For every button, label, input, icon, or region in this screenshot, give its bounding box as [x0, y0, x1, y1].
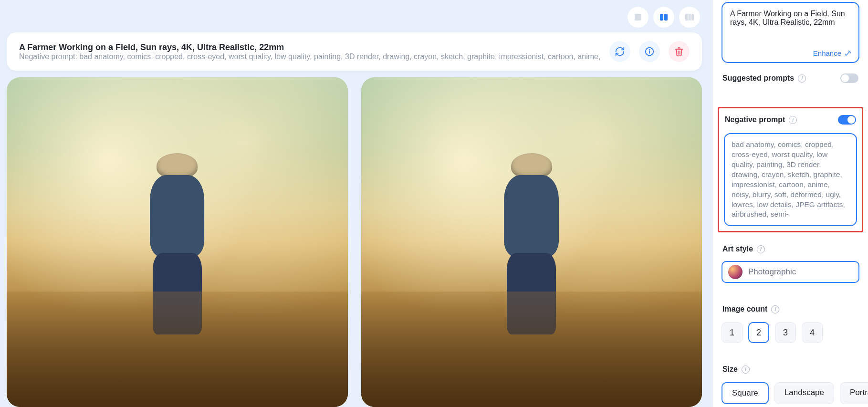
- art-style-value: Photographic: [748, 267, 796, 277]
- negative-prompt-toggle[interactable]: [838, 115, 856, 125]
- svg-rect-4: [689, 14, 691, 21]
- suggested-prompts-toggle[interactable]: [840, 73, 858, 83]
- negative-prompt-input[interactable]: bad anatomy, comics, cropped, cross-eyed…: [724, 133, 857, 226]
- suggested-prompts-label: Suggested prompts: [722, 74, 794, 83]
- art-style-selector[interactable]: Photographic: [722, 261, 859, 283]
- svg-rect-2: [664, 14, 668, 21]
- image-count-option-1[interactable]: 1: [722, 322, 743, 343]
- layout-single-button[interactable]: [627, 7, 648, 28]
- delete-button[interactable]: [669, 41, 690, 62]
- enhance-button[interactable]: Enhance: [813, 49, 852, 57]
- regenerate-button[interactable]: [609, 41, 630, 62]
- prompt-title: A Farmer Working on a Field, Sun rays, 4…: [19, 42, 601, 52]
- image-count-header: Image count: [722, 303, 859, 315]
- image-count-option-4[interactable]: 4: [802, 322, 823, 343]
- info-icon[interactable]: [757, 245, 765, 253]
- negative-prompt-section: Negative prompt bad anatomy, comics, cro…: [718, 107, 863, 232]
- size-option-portrait[interactable]: Portrait: [840, 382, 868, 404]
- svg-rect-3: [685, 14, 688, 21]
- image-count-options: 1 2 3 4: [722, 322, 859, 343]
- info-icon[interactable]: [798, 74, 806, 83]
- prompt-card-text: A Farmer Working on a Field, Sun rays, 4…: [19, 42, 601, 61]
- image-count-option-3[interactable]: 3: [775, 322, 796, 343]
- info-icon[interactable]: [742, 365, 750, 374]
- image-count-label: Image count: [722, 305, 767, 313]
- svg-rect-1: [660, 14, 663, 21]
- three-column-icon: [685, 12, 694, 22]
- magic-wand-icon: [844, 50, 852, 57]
- image-count-option-2[interactable]: 2: [748, 322, 769, 343]
- svg-rect-5: [691, 14, 694, 21]
- size-option-landscape[interactable]: Landscape: [774, 382, 834, 404]
- layout-three-column-button[interactable]: [679, 7, 700, 28]
- negative-prompt-text: bad anatomy, comics, cropped, cross-eyed…: [732, 140, 845, 218]
- size-options: Square Landscape Portrait: [722, 382, 859, 404]
- info-button[interactable]: [639, 41, 660, 62]
- layout-two-column-button[interactable]: [653, 7, 674, 28]
- refresh-icon: [615, 46, 625, 57]
- generated-images-row: [4, 77, 705, 407]
- size-option-square[interactable]: Square: [722, 382, 769, 404]
- art-style-thumbnail: [728, 265, 743, 279]
- generated-image-2[interactable]: [361, 77, 702, 407]
- size-label: Size: [722, 365, 738, 374]
- info-icon[interactable]: [789, 116, 797, 124]
- prompt-input[interactable]: A Farmer Working on a Field, Sun rays, 4…: [722, 2, 859, 63]
- layout-controls: [4, 0, 705, 32]
- info-icon: [644, 46, 655, 57]
- single-column-icon: [633, 12, 643, 22]
- settings-sidebar: A Farmer Working on a Field, Sun rays, 4…: [712, 0, 868, 407]
- negative-prompt-header: Negative prompt: [724, 113, 857, 126]
- svg-point-8: [649, 50, 650, 50]
- negative-prompt-label: Negative prompt: [725, 115, 785, 124]
- prompt-card: A Farmer Working on a Field, Sun rays, 4…: [7, 32, 702, 71]
- suggested-prompts-header: Suggested prompts: [722, 72, 859, 85]
- trash-icon: [674, 46, 684, 57]
- art-style-header: Art style: [722, 243, 859, 255]
- two-column-icon: [659, 12, 669, 22]
- art-style-label: Art style: [722, 245, 753, 253]
- prompt-input-text: A Farmer Working on a Field, Sun rays, 4…: [730, 10, 845, 26]
- enhance-label: Enhance: [813, 49, 841, 57]
- main-panel: A Farmer Working on a Field, Sun rays, 4…: [0, 0, 712, 407]
- svg-rect-0: [635, 14, 641, 21]
- prompt-negative-line: Negative prompt: bad anatomy, comics, cr…: [19, 52, 601, 61]
- info-icon[interactable]: [771, 305, 779, 313]
- size-header: Size: [722, 363, 859, 376]
- generated-image-1[interactable]: [7, 77, 348, 407]
